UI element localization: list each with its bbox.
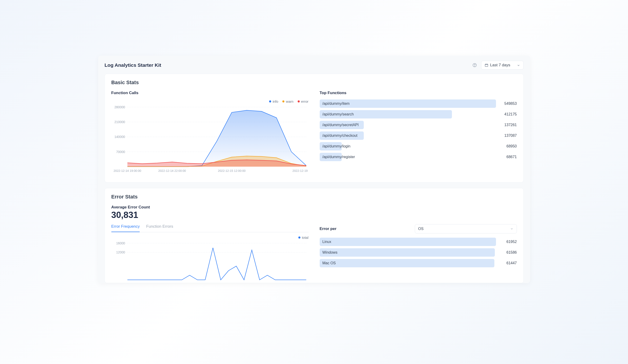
chart-legend: total	[111, 236, 309, 240]
calendar-icon	[485, 63, 488, 67]
help-icon[interactable]	[472, 63, 477, 67]
legend-label: error	[301, 99, 309, 103]
page-title: Log Analytics Starter Kit	[105, 62, 161, 68]
legend-dot-warn	[282, 100, 284, 103]
card-title: Error Stats	[111, 194, 517, 200]
error-tabs: Error Frequency Function Errors	[111, 224, 309, 232]
error-per-list: Linux61952Windows61586Mac OS61447	[320, 238, 517, 267]
bar-value: 61447	[501, 261, 517, 265]
section-title: Top Functions	[320, 91, 517, 95]
dashboard: Log Analytics Starter Kit Last 7 days Ba…	[98, 56, 530, 283]
date-range-picker[interactable]: Last 7 days	[481, 61, 524, 69]
svg-text:70000: 70000	[116, 150, 125, 154]
bar-track: Windows	[320, 248, 496, 257]
legend-dot-error	[298, 100, 300, 103]
error-per-label: Error per	[320, 227, 337, 231]
section-title: Function Calls	[111, 91, 309, 95]
svg-text:16000: 16000	[116, 241, 125, 245]
bar-row: /api/dummy/register68671	[320, 153, 517, 161]
basic-stats-card: Basic Stats Function Calls info warn err…	[105, 74, 524, 182]
bar-fill: /api/dummy/search	[320, 110, 452, 119]
bar-fill: /api/dummy/checkout	[320, 131, 364, 140]
avg-error-label: Average Error Count	[111, 205, 517, 210]
error-per-select[interactable]: OS	[415, 224, 517, 234]
error-frequency-panel: Error Frequency Function Errors total 12…	[111, 224, 309, 283]
error-frequency-chart: 1200016000	[111, 241, 309, 282]
legend-label: warn	[286, 99, 294, 103]
bar-track: /api/dummy/checkout	[320, 131, 496, 140]
svg-text:2022-12-19 13:00:00: 2022-12-19 13:00:00	[292, 169, 308, 173]
card-title: Basic Stats	[111, 79, 517, 86]
bar-value: 61952	[501, 240, 517, 244]
select-value: OS	[418, 227, 424, 231]
bar-row: /api/dummy/secretAPI137261	[320, 121, 517, 129]
error-per-panel: Error per OS Linux61952Windows61586Mac O…	[320, 224, 517, 283]
bar-value: 137087	[501, 133, 517, 138]
bar-row: /api/dummy/search412175	[320, 110, 517, 119]
bar-fill: /api/dummy/register	[320, 153, 342, 161]
bar-fill: Linux	[320, 238, 496, 246]
legend-dot-total	[298, 237, 301, 239]
bar-row: Windows61586	[320, 248, 517, 257]
bar-value: 549853	[501, 102, 517, 106]
svg-rect-2	[485, 64, 488, 66]
bar-row: /api/dummy/item549853	[320, 99, 517, 108]
bar-value: 68671	[501, 155, 517, 159]
legend-label: info	[273, 99, 278, 103]
chevron-down-icon	[517, 63, 520, 67]
bar-fill: Windows	[320, 248, 495, 257]
bar-fill: /api/dummy/login	[320, 142, 342, 150]
bar-row: Mac OS61447	[320, 259, 517, 267]
chevron-down-icon	[510, 227, 513, 231]
bar-value: 137261	[501, 123, 517, 127]
legend-label: total	[302, 236, 308, 240]
bar-fill: Mac OS	[320, 259, 495, 267]
bar-track: /api/dummy/search	[320, 110, 496, 119]
bar-row: /api/dummy/checkout137087	[320, 131, 517, 140]
bar-track: /api/dummy/secretAPI	[320, 121, 496, 129]
bar-track: /api/dummy/login	[320, 142, 496, 150]
bar-row: /api/dummy/login68950	[320, 142, 517, 150]
bar-value: 61586	[501, 250, 517, 254]
svg-text:140000: 140000	[114, 135, 125, 139]
svg-text:280000: 280000	[114, 105, 125, 109]
header-actions: Last 7 days	[472, 61, 524, 69]
function-calls-panel: Function Calls info warn error 700001400…	[111, 91, 309, 177]
svg-text:2022-12-14 19:00:00: 2022-12-14 19:00:00	[113, 169, 141, 173]
chart-legend: info warn error	[111, 99, 309, 103]
date-range-label: Last 7 days	[490, 63, 510, 67]
avg-error-value: 30,831	[111, 210, 517, 220]
tab-error-frequency[interactable]: Error Frequency	[111, 224, 140, 232]
bar-track: Mac OS	[320, 259, 496, 267]
function-calls-chart: 700001400002100002800002022-12-14 19:00:…	[111, 105, 309, 176]
error-stats-card: Error Stats Average Error Count 30,831 E…	[105, 188, 524, 283]
legend-dot-info	[269, 100, 271, 103]
header: Log Analytics Starter Kit Last 7 days	[98, 56, 530, 74]
svg-point-1	[474, 66, 475, 66]
bar-row: Linux61952	[320, 238, 517, 246]
svg-text:2022-12-15 12:00:00: 2022-12-15 12:00:00	[218, 169, 245, 173]
top-functions-panel: Top Functions /api/dummy/item549853/api/…	[320, 91, 517, 177]
bar-fill: /api/dummy/item	[320, 99, 496, 108]
svg-text:2022-12-14 22:00:00: 2022-12-14 22:00:00	[158, 169, 186, 173]
bar-track: /api/dummy/register	[320, 153, 496, 161]
bar-value: 68950	[501, 144, 517, 148]
top-functions-list: /api/dummy/item549853/api/dummy/search41…	[320, 99, 517, 161]
tab-function-errors[interactable]: Function Errors	[146, 224, 173, 232]
bar-track: Linux	[320, 238, 496, 246]
svg-text:12000: 12000	[116, 251, 125, 254]
svg-text:210000: 210000	[114, 120, 125, 124]
bar-track: /api/dummy/item	[320, 99, 496, 108]
bar-fill: /api/dummy/secretAPI	[320, 121, 364, 129]
bar-value: 412175	[501, 112, 517, 116]
